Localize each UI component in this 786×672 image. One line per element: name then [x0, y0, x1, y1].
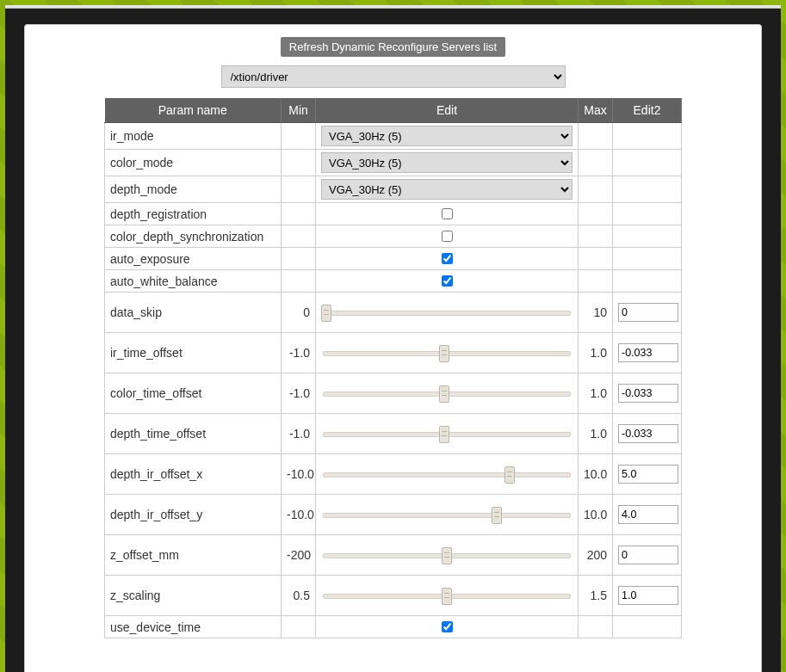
param-min: -10.0	[282, 454, 316, 495]
param-name: depth_registration	[105, 203, 282, 225]
param-checkbox-use_device_time[interactable]	[442, 621, 453, 632]
param-edit2	[613, 293, 682, 333]
param-name: use_device_time	[105, 616, 282, 638]
slider-thumb[interactable]	[439, 426, 449, 443]
param-select-color_mode[interactable]: VGA_30Hz (5)	[321, 152, 572, 173]
param-name: data_skip	[105, 293, 282, 333]
param-edit2	[613, 203, 682, 225]
param-edit	[316, 495, 579, 535]
param-checkbox-auto_exposure[interactable]	[442, 253, 453, 264]
param-name: depth_ir_offset_y	[105, 495, 282, 535]
col-header-name: Param name	[105, 98, 282, 123]
param-slider-color_time_offset[interactable]	[321, 385, 572, 401]
param-slider-data_skip[interactable]	[321, 305, 572, 320]
param-max: 10.0	[579, 454, 613, 495]
slider-thumb[interactable]	[442, 547, 452, 564]
col-header-edit: Edit	[316, 98, 579, 123]
param-edit2	[613, 123, 682, 150]
param-slider-z_offset_mm[interactable]	[321, 547, 572, 563]
param-edit	[316, 616, 579, 638]
param-select-depth_mode[interactable]: VGA_30Hz (5)	[321, 179, 572, 200]
param-edit: VGA_30Hz (5)	[316, 176, 579, 203]
param-checkbox-depth_registration[interactable]	[442, 208, 453, 219]
param-max	[579, 150, 613, 176]
param-max	[579, 176, 613, 203]
param-slider-depth_ir_offset_x[interactable]	[321, 466, 572, 482]
param-name: auto_white_balance	[105, 270, 282, 293]
col-header-max: Max	[579, 98, 613, 123]
slider-thumb[interactable]	[321, 305, 331, 322]
param-name: color_depth_synchronization	[105, 225, 282, 248]
param-edit2-input-data_skip[interactable]	[618, 303, 678, 322]
param-edit2	[613, 150, 682, 176]
param-min	[282, 176, 316, 203]
param-min	[282, 270, 316, 293]
server-select[interactable]: /xtion/driver	[221, 65, 566, 88]
param-max	[579, 270, 613, 293]
param-edit2-input-z_offset_mm[interactable]	[618, 546, 678, 564]
param-max: 1.0	[579, 373, 613, 414]
params-table: Param name Min Edit Max Edit2 ir_modeVGA…	[104, 98, 682, 638]
param-min: -1.0	[282, 414, 316, 454]
param-edit	[316, 414, 579, 454]
param-min: -1.0	[282, 373, 316, 414]
param-edit2-input-ir_time_offset[interactable]	[618, 343, 678, 362]
param-max: 10	[579, 293, 613, 333]
param-max: 1.0	[579, 414, 613, 454]
param-edit	[316, 248, 579, 270]
param-min: -10.0	[282, 495, 316, 535]
refresh-servers-button[interactable]: Refresh Dynamic Reconfigure Servers list	[281, 37, 505, 57]
param-edit2	[613, 176, 682, 203]
param-edit	[316, 293, 579, 333]
param-name: z_offset_mm	[105, 535, 282, 576]
col-header-edit2: Edit2	[613, 98, 682, 123]
param-min: -1.0	[282, 333, 316, 373]
param-max	[579, 123, 613, 150]
slider-track	[323, 513, 571, 518]
reconfigure-panel: Refresh Dynamic Reconfigure Servers list…	[24, 24, 762, 672]
param-row-depth_registration: depth_registration	[105, 203, 682, 225]
param-edit2-input-depth_ir_offset_x[interactable]	[618, 465, 678, 484]
param-row-ir_mode: ir_modeVGA_30Hz (5)	[105, 123, 682, 150]
param-slider-depth_ir_offset_y[interactable]	[321, 507, 572, 522]
slider-thumb[interactable]	[442, 588, 452, 605]
param-row-data_skip: data_skip010	[105, 293, 682, 333]
param-edit: VGA_30Hz (5)	[316, 123, 579, 150]
param-slider-z_scaling[interactable]	[321, 588, 572, 603]
param-slider-depth_time_offset[interactable]	[321, 426, 572, 441]
top-toolbar	[5, 5, 781, 9]
param-name: color_time_offset	[105, 373, 282, 414]
param-name: depth_time_offset	[105, 414, 282, 454]
param-min: -200	[282, 535, 316, 576]
param-edit2-input-z_scaling[interactable]	[618, 586, 678, 605]
slider-thumb[interactable]	[439, 385, 449, 403]
param-row-color_time_offset: color_time_offset-1.01.0	[105, 373, 682, 414]
param-checkbox-auto_white_balance[interactable]	[442, 275, 453, 287]
param-name: z_scaling	[105, 576, 282, 616]
param-name: ir_time_offset	[105, 333, 282, 373]
param-min: 0.5	[282, 576, 316, 616]
param-edit: VGA_30Hz (5)	[316, 150, 579, 176]
param-checkbox-color_depth_synchronization[interactable]	[442, 231, 453, 242]
param-edit2-input-color_time_offset[interactable]	[618, 384, 678, 403]
param-edit	[316, 333, 579, 373]
slider-track	[323, 472, 571, 478]
slider-thumb[interactable]	[492, 507, 502, 524]
param-edit2	[613, 225, 682, 248]
inner-dark-frame: Refresh Dynamic Reconfigure Servers list…	[5, 5, 781, 672]
param-max	[579, 203, 613, 225]
param-edit2-input-depth_ir_offset_y[interactable]	[618, 505, 678, 524]
table-header-row: Param name Min Edit Max Edit2	[105, 98, 682, 123]
param-row-depth_ir_offset_x: depth_ir_offset_x-10.010.0	[105, 454, 682, 495]
param-row-depth_mode: depth_modeVGA_30Hz (5)	[105, 176, 682, 203]
param-edit	[316, 535, 579, 576]
param-select-ir_mode[interactable]: VGA_30Hz (5)	[321, 126, 572, 146]
param-edit2	[613, 248, 682, 270]
slider-thumb[interactable]	[504, 466, 515, 484]
param-edit	[316, 225, 579, 248]
param-row-depth_time_offset: depth_time_offset-1.01.0	[105, 414, 682, 454]
param-slider-ir_time_offset[interactable]	[321, 345, 572, 361]
slider-thumb[interactable]	[439, 345, 449, 362]
param-edit2	[613, 373, 682, 414]
param-edit2-input-depth_time_offset[interactable]	[618, 424, 678, 443]
